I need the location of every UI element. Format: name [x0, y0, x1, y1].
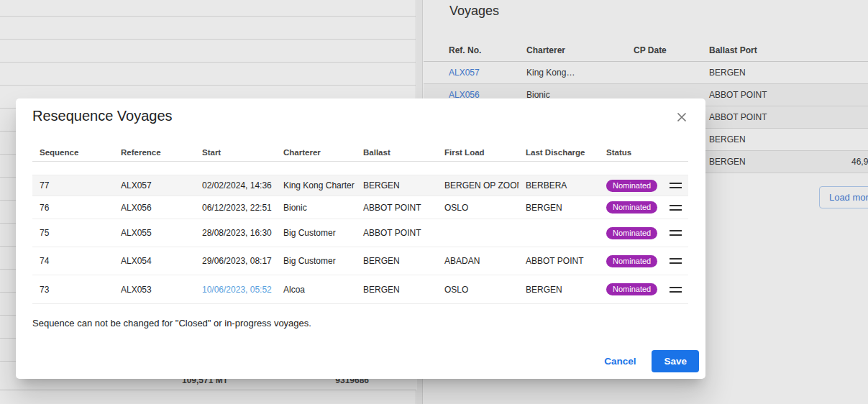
voyages-panel-title: Voyages: [449, 4, 499, 19]
resequence-row: 77ALX05702/02/2024, 14:36King Kong Chart…: [32, 175, 688, 196]
start-date-link[interactable]: 10/06/2023, 05:52: [195, 285, 276, 295]
status-badge: Nominated: [606, 227, 657, 239]
status-badge: Nominated: [606, 255, 657, 267]
sequence-cell: 73: [32, 285, 114, 295]
last-discharge-cell: BERBERA: [518, 180, 599, 190]
dialog-footer: Cancel Save: [594, 350, 699, 372]
status-cell: Nominated: [599, 201, 662, 214]
resequence-table-header: Sequence Reference Start Charterer Balla…: [32, 143, 688, 162]
ballast-port-cell: ABBOT POINT: [709, 84, 767, 106]
charterer-cell: King Kong…: [526, 62, 575, 83]
last-discharge-cell: BERGEN: [518, 203, 599, 213]
reference-cell: ALX053: [114, 285, 195, 295]
sequence-cell: 75: [32, 228, 114, 238]
resequence-row: 73ALX05310/06/2023, 05:52AlcoaBERGENOSLO…: [32, 275, 688, 304]
close-icon: [674, 109, 690, 125]
ballast-port-cell: BERGEN: [709, 129, 746, 150]
charterer-cell: King Kong Charter: [276, 180, 356, 190]
charterer-cell: Big Customer: [276, 228, 356, 238]
reference-cell: ALX054: [114, 256, 195, 266]
voyages-row: ALX057King Kong…BERGEN: [424, 62, 868, 84]
drag-handle-cell: [662, 287, 688, 293]
column-header-charterer: Charterer: [526, 40, 565, 62]
ballast-cell: BERGEN: [356, 180, 437, 190]
column-header-sequence: Sequence: [32, 143, 114, 162]
ballast-cell: ABBOT POINT: [356, 228, 437, 238]
resequence-row: 76ALX05606/12/2023, 22:51BionicABBOT POI…: [32, 196, 688, 219]
resequence-voyages-dialog: Resequence Voyages Sequence Reference St…: [16, 98, 705, 379]
column-header-reference: Reference: [114, 143, 195, 162]
sequence-cell: 76: [32, 203, 114, 213]
column-header-last-discharge: Last Discharge: [518, 143, 599, 162]
status-badge: Nominated: [606, 201, 657, 214]
charterer-cell: Alcoa: [276, 285, 356, 295]
column-header-status: Status: [599, 143, 662, 162]
charterer-cell: Bionic: [276, 203, 356, 213]
close-button[interactable]: [673, 109, 690, 127]
ballast-cell: ABBOT POINT: [356, 203, 437, 213]
quantity-cell: 46,96: [851, 151, 868, 173]
first-load-cell: OSLO: [437, 203, 518, 213]
sequence-cell: 77: [32, 180, 114, 190]
resequence-row: 75ALX05528/08/2023, 16:30Big CustomerABB…: [32, 219, 688, 247]
reference-cell: ALX055: [114, 228, 195, 238]
column-header-ballast-port: Ballast Port: [709, 40, 757, 62]
start-cell: 28/08/2023, 16:30: [195, 228, 276, 238]
ballast-port-cell: BERGEN: [709, 62, 746, 83]
save-button[interactable]: Save: [652, 350, 699, 372]
status-cell: Nominated: [599, 180, 662, 192]
ballast-cell: BERGEN: [356, 256, 437, 266]
ballast-port-cell: ABBOT POINT: [709, 106, 767, 128]
start-cell: 06/12/2023, 22:51: [195, 203, 276, 213]
start-cell: 29/06/2023, 08:17: [195, 256, 276, 266]
drag-handle-icon[interactable]: [670, 258, 682, 264]
column-header-drag-actions: [662, 143, 688, 162]
charterer-cell: Big Customer: [276, 256, 356, 266]
table-spacer: [32, 162, 688, 175]
start-cell: 02/02/2024, 14:36: [195, 180, 276, 190]
last-discharge-cell: ABBOT POINT: [518, 256, 599, 266]
sequence-cell: 74: [32, 256, 114, 266]
drag-handle-cell: [662, 230, 688, 236]
status-cell: Nominated: [599, 255, 662, 267]
resequence-table: Sequence Reference Start Charterer Balla…: [32, 143, 688, 304]
status-cell: Nominated: [599, 283, 662, 295]
cancel-button[interactable]: Cancel: [594, 350, 646, 372]
column-header-ref-no: Ref. No.: [449, 40, 481, 62]
column-header-charterer: Charterer: [276, 143, 356, 162]
last-discharge-cell: BERGEN: [518, 285, 599, 295]
ballast-cell: BERGEN: [356, 285, 437, 295]
load-more-button[interactable]: Load more: [819, 186, 868, 208]
drag-handle-cell: [662, 183, 688, 188]
drag-handle-icon[interactable]: [670, 287, 682, 293]
column-header-ballast: Ballast: [356, 143, 437, 162]
column-header-cp-date: CP Date: [634, 40, 667, 62]
dialog-note: Sequence can not be changed for "Closed"…: [32, 318, 311, 329]
voyage-ref-link[interactable]: ALX057: [449, 62, 480, 83]
drag-handle-icon[interactable]: [670, 183, 682, 188]
drag-handle-icon[interactable]: [670, 230, 682, 236]
resequence-row: 74ALX05429/06/2023, 08:17Big CustomerBER…: [32, 247, 688, 275]
column-header-start: Start: [195, 143, 276, 162]
column-header-first-load: First Load: [437, 143, 518, 162]
status-badge: Nominated: [606, 283, 657, 295]
reference-cell: ALX056: [114, 203, 195, 213]
ballast-port-cell: BERGEN: [709, 151, 746, 173]
status-badge: Nominated: [606, 180, 657, 192]
first-load-cell: ABADAN: [437, 256, 518, 266]
drag-handle-cell: [662, 205, 688, 211]
drag-handle-cell: [662, 258, 688, 264]
first-load-cell: BERGEN OP ZOOM: [437, 180, 518, 190]
voyages-table-header: Ref. No. Charterer CP Date Ballast Port: [424, 40, 868, 62]
dialog-title: Resequence Voyages: [32, 108, 173, 124]
status-cell: Nominated: [599, 227, 662, 239]
reference-cell: ALX057: [114, 180, 195, 190]
first-load-cell: OSLO: [437, 285, 518, 295]
resequence-table-body: 77ALX05702/02/2024, 14:36King Kong Chart…: [32, 175, 688, 304]
drag-handle-icon[interactable]: [670, 205, 682, 211]
